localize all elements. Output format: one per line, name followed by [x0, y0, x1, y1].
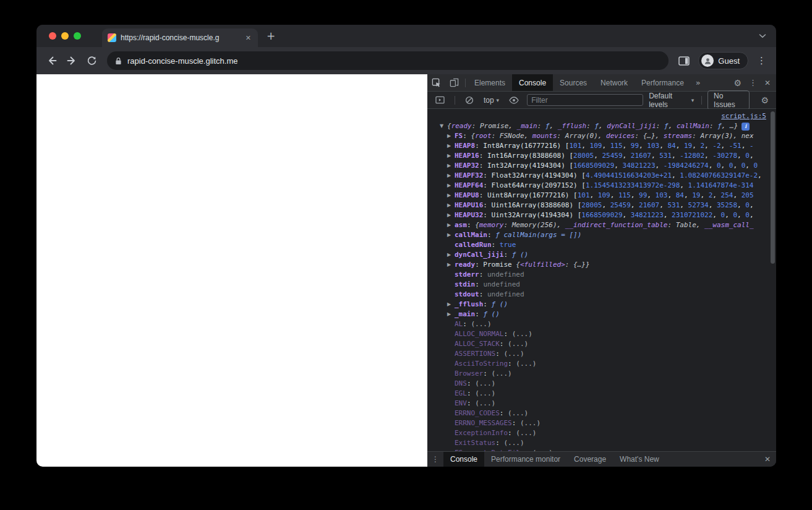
address-bar[interactable]: rapid-concise-muscle.glitch.me	[107, 51, 669, 70]
devtools-tab-performance[interactable]: Performance	[635, 74, 691, 91]
console-token: ,	[737, 201, 745, 210]
console-row[interactable]: ▶HEAPU32: Uint32Array(4194304) [16685090…	[427, 210, 776, 220]
back-button[interactable]	[43, 51, 61, 70]
drawer-tab-console[interactable]: Console	[443, 452, 484, 467]
no-issues-button[interactable]: No Issues	[707, 90, 750, 110]
console-token: 1.141647874e-314	[688, 181, 754, 191]
console-row[interactable]: ▶HEAPU8: Uint8Array(16777216) [101, 109,…	[427, 191, 776, 201]
expand-getter-button[interactable]: (...)	[508, 339, 528, 349]
devtools-tab-sources[interactable]: Sources	[553, 74, 594, 91]
new-tab-button[interactable]: +	[264, 25, 278, 47]
expand-getter-button[interactable]: (...)	[508, 408, 528, 418]
devtools-menu-icon[interactable]: ⋮	[745, 74, 761, 91]
log-levels-selector[interactable]: Default levels ▾	[647, 92, 696, 109]
filter-input[interactable]	[527, 94, 643, 106]
expand-getter-button[interactable]: (...)	[516, 428, 536, 438]
console-row[interactable]: ▶FS: {root: FSNode, mounts: Array(0), de…	[427, 131, 776, 141]
profile-button[interactable]: Guest	[698, 52, 748, 69]
console-row[interactable]: ▶asm: {memory: Memory(256), __indirect_f…	[427, 220, 776, 230]
drawer-tab-performance-monitor[interactable]: Performance monitor	[484, 452, 567, 467]
side-panel-icon[interactable]	[675, 51, 693, 70]
forward-button[interactable]	[62, 51, 81, 70]
expand-getter-button[interactable]: (...)	[475, 399, 495, 408]
live-expression-eye-icon[interactable]	[505, 97, 523, 104]
expand-arrow-icon[interactable]: ▶	[447, 300, 455, 309]
expand-arrow-icon[interactable]: ▶	[447, 250, 455, 260]
drawer-close-icon[interactable]: ✕	[759, 452, 776, 467]
console-row[interactable]: ▶HEAPF32: Float32Array(4194304) [4.49044…	[427, 171, 776, 181]
expand-arrow-icon[interactable]: ▶	[447, 191, 455, 201]
expand-getter-button[interactable]: (...)	[475, 389, 495, 399]
expand-getter-button[interactable]: (...)	[532, 448, 553, 451]
devtools-tab-console[interactable]: Console	[512, 74, 553, 91]
console-row[interactable]: ▶HEAPU16: Uint16Array(8388608) [28005, 2…	[427, 201, 776, 210]
console-sidebar-icon[interactable]	[431, 96, 449, 104]
lock-icon[interactable]	[115, 57, 122, 65]
reload-button[interactable]	[82, 51, 101, 70]
console-row[interactable]: ▼{ready: Promise, _main: ƒ, _fflush: ƒ, …	[427, 121, 776, 131]
console-token: :	[483, 300, 491, 309]
expand-arrow-icon[interactable]: ▶	[447, 309, 455, 319]
clear-console-icon[interactable]	[461, 96, 478, 105]
expand-arrow-icon[interactable]: ▶	[447, 171, 455, 181]
console-token: 19	[692, 191, 700, 201]
console-row[interactable]: ▶ready: Promise {<fulfilled>: {…}}	[427, 260, 776, 270]
drawer-tab-coverage[interactable]: Coverage	[567, 452, 613, 467]
console-scrollbar[interactable]	[770, 110, 776, 450]
tab-close-icon[interactable]: ✕	[244, 34, 252, 42]
console-token: ready	[455, 260, 475, 270]
console-settings-icon[interactable]: ⚙	[757, 95, 772, 105]
console-row[interactable]: ▶HEAP32: Int32Array(4194304) [1668509029…	[427, 161, 776, 171]
expand-arrow-icon[interactable]: ▶	[447, 220, 455, 230]
expand-getter-button[interactable]: (...)	[512, 329, 532, 339]
console-row[interactable]: ▶_fflush: ƒ ()	[427, 300, 776, 309]
expand-arrow-icon[interactable]: ▶	[447, 181, 455, 191]
info-icon[interactable]: i	[741, 123, 750, 131]
console-token: ,	[758, 171, 762, 181]
console-row[interactable]: ▶callMain: ƒ callMain(args = [])	[427, 230, 776, 240]
source-link[interactable]: script.js:5	[721, 111, 766, 121]
expand-arrow-icon[interactable]: ▶	[447, 141, 455, 151]
devtools-tab-network[interactable]: Network	[594, 74, 635, 91]
device-toolbar-icon[interactable]	[445, 74, 463, 91]
console-row[interactable]: ▶HEAPF64: Float64Array(2097152) [1.15454…	[427, 181, 776, 191]
close-window-button[interactable]	[49, 32, 56, 40]
zoom-window-button[interactable]	[74, 32, 81, 40]
more-tabs-icon[interactable]: »	[691, 74, 706, 91]
expand-arrow-icon[interactable]: ▶	[447, 230, 455, 240]
browser-tab[interactable]: https://rapid-concise-muscle.g ✕	[102, 28, 258, 47]
expand-arrow-icon[interactable]: ▶	[447, 161, 455, 171]
expand-getter-button[interactable]: (...)	[503, 438, 524, 448]
console-row[interactable]: ▶_main: ƒ ()	[427, 309, 776, 319]
console-token: ,	[733, 191, 741, 201]
console-token: ,	[721, 161, 729, 171]
chevron-down-icon[interactable]	[759, 33, 766, 38]
expand-arrow-icon[interactable]: ▶	[447, 131, 455, 141]
expand-getter-button[interactable]: (...)	[516, 359, 536, 369]
expand-getter-button[interactable]: (...)	[492, 369, 512, 379]
scrollbar-thumb[interactable]	[771, 111, 775, 264]
drawer-tab-what-s-new[interactable]: What's New	[613, 452, 666, 467]
collapse-arrow-icon[interactable]: ▼	[440, 121, 447, 131]
console-row[interactable]: ▶HEAP8: Int8Array(16777216) [101, 109, 1…	[427, 141, 776, 151]
browser-menu-icon[interactable]: ⋮	[753, 55, 770, 66]
console-row: AL: (...)	[427, 319, 776, 329]
devtools-tab-elements[interactable]: Elements	[468, 74, 512, 91]
inspect-element-icon[interactable]	[427, 74, 445, 91]
expand-arrow-icon[interactable]: ▶	[447, 210, 455, 220]
expand-getter-button[interactable]: (...)	[503, 349, 524, 359]
console-row[interactable]: ▶HEAP16: Int16Array(8388608) [28005, 254…	[427, 151, 776, 161]
expand-arrow-icon[interactable]: ▶	[447, 260, 455, 270]
expand-getter-button[interactable]: (...)	[475, 379, 495, 389]
console-token: devices	[606, 131, 635, 141]
expand-getter-button[interactable]: (...)	[471, 319, 492, 329]
context-selector[interactable]: top ▾	[482, 96, 501, 105]
expand-arrow-icon[interactable]: ▶	[447, 151, 455, 161]
expand-arrow-icon[interactable]: ▶	[447, 201, 455, 210]
devtools-close-icon[interactable]: ✕	[761, 74, 776, 91]
minimize-window-button[interactable]	[61, 32, 69, 40]
expand-getter-button[interactable]: (...)	[520, 418, 541, 428]
drawer-menu-icon[interactable]: ⋮	[427, 452, 443, 467]
console-row[interactable]: ▶dynCall_jiji: ƒ ()	[427, 250, 776, 260]
devtools-settings-icon[interactable]: ⚙	[730, 74, 745, 91]
